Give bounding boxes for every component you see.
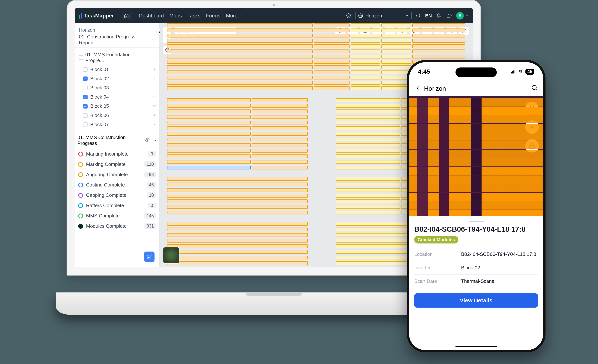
legend-swatch [78,162,83,167]
mobile-map[interactable] [409,96,543,216]
settings-button[interactable] [344,12,353,20]
mobile-search-button[interactable] [531,84,538,92]
legend-title: 01. MMS Construction Progress [77,135,143,146]
legend-count: 0 [148,203,156,208]
chevron-down-icon [151,38,155,41]
language-toggle[interactable]: EN [425,13,432,19]
top-nav: TaskMapper Dashboard Maps Tasks Forms Mo… [75,8,473,23]
messages-button[interactable] [445,12,454,20]
compose-button[interactable] [144,252,155,262]
svg-line-25 [536,89,537,90]
eye-icon [145,137,150,142]
legend-swatch [78,182,83,187]
legend-count: 110 [144,161,156,167]
block-row[interactable]: Block 07 [77,120,158,129]
notifications-button[interactable] [434,12,443,20]
chevron-down-icon [153,104,156,108]
tree-group-foundation[interactable]: 01. MMS Foundation Progre... [77,50,158,65]
legend-count: 0 [148,151,156,157]
block-label: Block 07 [90,122,109,127]
svg-point-0 [348,15,349,17]
view-details-button[interactable]: View Details [414,293,538,308]
chevron-down-icon [153,67,156,71]
detail-row: InverterBlock-02 [414,261,538,275]
legend-row[interactable]: Marking Incomplete 0 [75,149,159,159]
block-label: Block 05 [90,103,109,109]
legend-row[interactable]: Marking Complete 110 [75,159,159,169]
detail-key: Inverter [414,265,461,271]
legend-row[interactable]: Casting Complete 46 [75,180,159,190]
project-selector[interactable]: Horizon [355,11,412,20]
legend-swatch [78,172,83,177]
block-row[interactable]: Block 01 [77,65,158,74]
search-button[interactable] [414,12,423,20]
detail-value: Thermal-Scans [461,278,538,284]
block-label: Block 04 [90,94,109,100]
nav-more[interactable]: More [226,13,242,19]
nav-maps[interactable]: Maps [169,13,182,19]
legend-row[interactable]: Modules Complete 331 [75,221,159,231]
legend-row[interactable]: MMS Complete 145 [75,211,159,221]
user-menu[interactable]: A [456,12,469,19]
mobile-app-bar: Horizon [409,81,543,96]
legend-label: MMS Complete [86,213,120,219]
legend-swatch [78,224,83,229]
checkbox[interactable] [83,76,88,81]
bell-icon [436,13,441,18]
legend-label: Casting Complete [86,182,125,188]
chevron-up-icon [153,138,157,142]
home-button[interactable] [122,12,131,20]
status-tag: Cracked Modules [414,236,458,243]
search-icon [416,13,421,18]
sheet-grabber[interactable] [469,221,484,222]
nav-dashboard[interactable]: Dashboard [139,13,164,19]
sidebar: Horizon 01. Construction Progress Report… [75,23,160,267]
logo-mark [79,13,82,18]
block-label: Block 01 [90,66,109,72]
block-row[interactable]: Block 06 [77,111,158,120]
chat-icon [447,13,452,18]
chevron-down-icon [405,14,409,17]
nav-tasks[interactable]: Tasks [187,13,200,19]
edit-icon [147,254,152,259]
mobile-app-window: 4:45 45 Horizon B02-I04-SCB06-T94-Y04-L1… [407,60,546,352]
legend-row[interactable]: Auguring Complete 193 [75,169,159,180]
home-icon [124,13,129,18]
sidebar-report-selector[interactable]: 01. Construction Progress Report... [79,34,155,46]
mini-map[interactable] [163,247,179,264]
svg-point-4 [147,139,148,141]
legend-header[interactable]: 01. MMS Construction Progress [75,132,159,149]
block-row[interactable]: Block 03 [77,83,158,92]
app-name: TaskMapper [84,13,114,19]
checkbox[interactable] [83,122,88,127]
legend-label: Marking Incomplete [86,151,129,157]
block-row[interactable]: Block 04 [77,92,158,102]
visibility-toggle[interactable] [145,137,150,144]
detail-row: Scan DateThermal-Scans [414,275,538,288]
gear-icon [346,13,351,18]
svg-rect-21 [514,70,514,74]
svg-rect-19 [511,72,512,74]
legend-row[interactable]: Rafters Complete 0 [75,200,159,211]
back-button[interactable] [415,85,421,92]
nav-links: Dashboard Maps Tasks Forms More [139,13,242,19]
block-row[interactable]: Block 05 [77,102,158,111]
checkbox[interactable] [83,86,88,90]
checkbox[interactable] [83,67,88,72]
checkbox[interactable] [79,55,83,60]
project-name: Horizon [365,13,382,19]
chevron-up-icon [153,56,156,59]
checkbox[interactable] [83,95,88,99]
checkbox[interactable] [83,113,88,118]
mobile-title: Horizon [424,85,446,92]
legend-count: 331 [144,223,156,229]
signal-icon [510,69,516,74]
detail-value: Block-02 [461,265,538,271]
checkbox[interactable] [83,104,88,108]
nav-forms[interactable]: Forms [206,13,220,19]
home-indicator[interactable] [456,346,497,347]
chevron-down-icon [153,95,156,99]
legend-row[interactable]: Capping Complete 10 [75,190,159,200]
avatar: A [456,12,464,19]
block-row[interactable]: Block 02 [77,74,158,83]
